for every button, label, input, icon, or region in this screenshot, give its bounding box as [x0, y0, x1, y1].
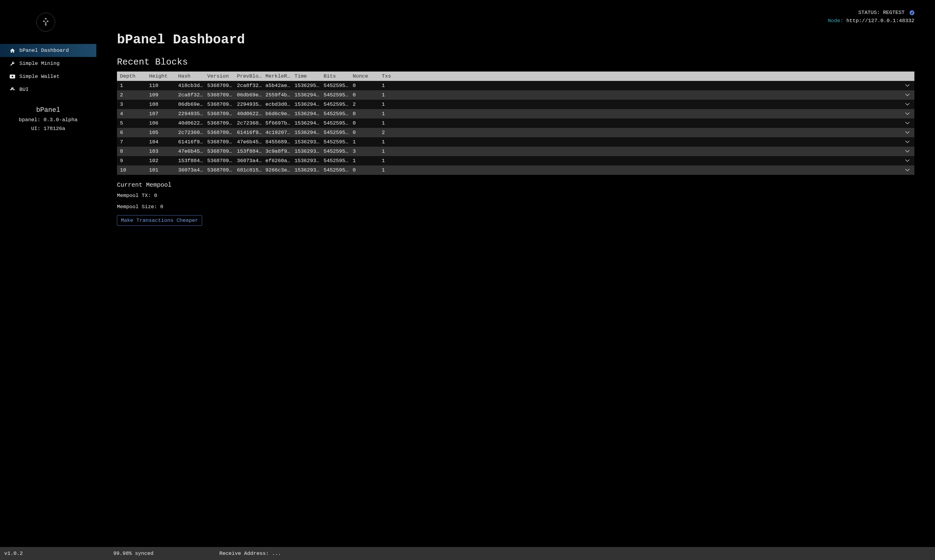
home-icon	[10, 48, 15, 53]
chevron-down-icon[interactable]	[397, 102, 911, 107]
col-bits[interactable]: Bits	[324, 73, 353, 79]
cell-bits: 5452595…	[324, 139, 353, 145]
wrench-icon	[10, 61, 15, 66]
cell-merkleroot: ecbd3d0…	[265, 102, 294, 107]
app-version: bpanel: 0.3.0-alpha	[0, 116, 96, 125]
table-row[interactable]: 1110418cb3d…5368709…2ca8f32…a5b42ae…1536…	[117, 81, 914, 90]
col-prevblock[interactable]: PrevBlock	[237, 73, 265, 79]
cell-time: 1536294…	[294, 92, 324, 98]
col-merkleroot[interactable]: MerkleRoot	[265, 73, 294, 79]
cell-prevblock: 153f884…	[237, 148, 265, 154]
col-hash[interactable]: Hash	[178, 73, 207, 79]
cell-time: 1536294…	[294, 111, 324, 117]
cell-version: 5368709…	[207, 130, 237, 135]
sidebar-info: bPanel bpanel: 0.3.0-alpha UI: 178126a	[0, 105, 96, 133]
sidebar-item-label: bPanel Dashboard	[19, 48, 69, 53]
cell-hash: 61416f9…	[178, 139, 207, 145]
chevron-down-icon[interactable]	[397, 158, 911, 164]
cell-time: 1536294…	[294, 102, 324, 107]
chevron-down-icon[interactable]	[397, 167, 911, 173]
col-version[interactable]: Version	[207, 73, 237, 79]
cell-bits: 5452595…	[324, 92, 353, 98]
nav: bPanel DashboardSimple MiningSimple Wall…	[0, 44, 96, 96]
cell-height: 107	[149, 111, 178, 117]
table-row[interactable]: 510640d0622…5368709…2c72360…5f6697b…1536…	[117, 118, 914, 128]
chevron-down-icon[interactable]	[397, 139, 911, 145]
cell-version: 5368709…	[207, 167, 237, 173]
cell-time: 1536295…	[294, 83, 324, 88]
col-height[interactable]: Height	[149, 73, 178, 79]
table-row[interactable]: 810347e6b45…5368709…153f884…3c9a8f9…1536…	[117, 147, 914, 156]
cell-nonce: 0	[353, 130, 382, 135]
sidebar-item-bui[interactable]: BUI	[0, 83, 96, 96]
cell-depth: 2	[120, 92, 149, 98]
svg-marker-4	[45, 24, 47, 25]
cell-version: 5368709…	[207, 102, 237, 107]
cell-nonce: 0	[353, 83, 382, 88]
cell-version: 5368709…	[207, 148, 237, 154]
sidebar-item-simple-wallet[interactable]: Simple Wallet	[0, 70, 96, 83]
cell-prevblock: 36073a4…	[237, 158, 265, 164]
status-label: STATUS:	[858, 10, 880, 15]
table-row[interactable]: 41072294935…5368709…40d0622…b6d6c9e…1536…	[117, 109, 914, 118]
cell-hash: 418cb3d…	[178, 83, 207, 88]
cell-bits: 5452595…	[324, 148, 353, 154]
cell-prevblock: 2c72360…	[237, 120, 265, 126]
cell-hash: 153f884…	[178, 158, 207, 164]
cell-bits: 5452595…	[324, 167, 353, 173]
col-depth[interactable]: Depth	[120, 73, 149, 79]
make-transactions-cheaper-button[interactable]: Make Transactions Cheaper	[117, 215, 202, 226]
app-name: bPanel	[0, 105, 96, 116]
cell-height: 109	[149, 92, 178, 98]
cell-merkleroot: 8455689…	[265, 139, 294, 145]
sidebar-item-simple-mining[interactable]: Simple Mining	[0, 57, 96, 70]
cell-prevblock: 40d0622…	[237, 111, 265, 117]
chevron-down-icon[interactable]	[397, 111, 911, 117]
chevron-down-icon[interactable]	[397, 92, 911, 98]
col-txs[interactable]: Txs	[382, 73, 397, 79]
svg-point-6	[12, 76, 13, 77]
cell-time: 1536293…	[294, 139, 324, 145]
chevron-down-icon[interactable]	[397, 130, 911, 135]
chevron-down-icon[interactable]	[397, 83, 911, 88]
table-row[interactable]: 61052c72360…5368709…61416f9…4c19207…1536…	[117, 128, 914, 137]
cell-txs: 2	[382, 130, 397, 135]
cell-hash: 2294935…	[178, 111, 207, 117]
cell-height: 105	[149, 130, 178, 135]
cell-height: 110	[149, 83, 178, 88]
col-time[interactable]: Time	[294, 73, 324, 79]
table-row[interactable]: 1010136073a4…5368709…681c815…9266c3e…153…	[117, 165, 914, 175]
table-row[interactable]: 710461416f9…5368709…47e6b45…8455689…1536…	[117, 137, 914, 147]
cell-time: 1536294…	[294, 130, 324, 135]
cell-nonce: 0	[353, 92, 382, 98]
chevron-down-icon[interactable]	[397, 120, 911, 126]
table-row[interactable]: 21092ca8f32…5368709…06db69e…2559f4b…1536…	[117, 90, 914, 100]
cell-height: 102	[149, 158, 178, 164]
cell-prevblock: 2294935…	[237, 102, 265, 107]
chevron-down-icon[interactable]	[397, 148, 911, 154]
col-nonce[interactable]: Nonce	[353, 73, 382, 79]
cell-bits: 5452595…	[324, 130, 353, 135]
cell-depth: 9	[120, 158, 149, 164]
table-row[interactable]: 9102153f884…5368709…36073a4…ef6260a…1536…	[117, 156, 914, 165]
cell-time: 1536294…	[294, 120, 324, 126]
cell-nonce: 0	[353, 111, 382, 117]
cell-bits: 5452595…	[324, 111, 353, 117]
cell-txs: 1	[382, 83, 397, 88]
cell-hash: 40d0622…	[178, 120, 207, 126]
cell-nonce: 0	[353, 120, 382, 126]
sidebar-item-bpanel-dashboard[interactable]: bPanel Dashboard	[0, 44, 96, 57]
cell-prevblock: 47e6b45…	[237, 139, 265, 145]
cell-prevblock: 06db69e…	[237, 92, 265, 98]
cell-height: 103	[149, 148, 178, 154]
cell-bits: 5452595…	[324, 120, 353, 126]
cell-merkleroot: b6d6c9e…	[265, 111, 294, 117]
cell-version: 5368709…	[207, 139, 237, 145]
sidebar-item-label: Simple Mining	[19, 61, 60, 66]
logo-icon	[36, 13, 55, 32]
cell-version: 5368709…	[207, 158, 237, 164]
table-row[interactable]: 310806db69e…5368709…2294935…ecbd3d0…1536…	[117, 100, 914, 109]
cell-depth: 3	[120, 102, 149, 107]
cell-depth: 1	[120, 83, 149, 88]
cell-depth: 10	[120, 167, 149, 173]
